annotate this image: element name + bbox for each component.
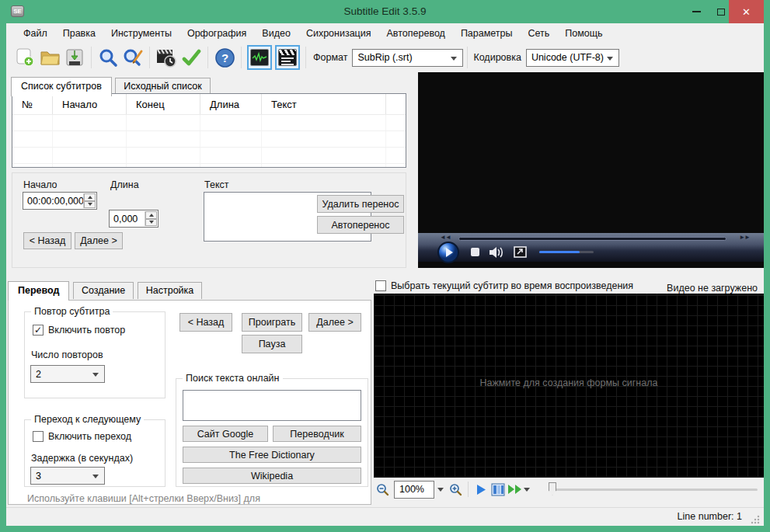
start-time-value: 00:00:00,000 <box>27 196 84 207</box>
search-translator-button[interactable]: Переводчик <box>273 426 361 442</box>
waveform-play-button[interactable] <box>472 481 490 498</box>
text-label: Текст <box>204 179 228 190</box>
bottom-tab-panel: Перевод Создание Настройка Повтор субтит… <box>8 281 371 505</box>
playback-next-button[interactable]: Далее > <box>308 313 361 332</box>
spinner-arrows[interactable] <box>145 211 157 226</box>
duration-spinner[interactable]: 0,000 <box>109 210 159 228</box>
replace-button[interactable] <box>121 46 145 69</box>
playback-back-button[interactable]: < Назад <box>179 313 232 332</box>
subtitle-table[interactable]: № Начало Конец Длина Текст <box>12 93 406 168</box>
waveform-area[interactable]: Нажмите для создания формы сигнала <box>374 294 764 478</box>
video-player[interactable]: ◄◄ ►► <box>418 72 764 268</box>
save-button[interactable] <box>63 46 86 69</box>
search-wikipedia-button[interactable]: Wikipedia <box>183 468 361 484</box>
playback-play-button[interactable]: Проиграть <box>242 313 302 332</box>
tab-translate[interactable]: Перевод <box>8 281 69 301</box>
position-slider[interactable] <box>549 489 758 491</box>
find-icon <box>98 47 118 68</box>
unbreak-button[interactable]: Удалить перенос <box>317 195 404 213</box>
menu-item-synchronization[interactable]: Сихронизация <box>298 25 379 42</box>
enable-goto-row: Включить переход <box>33 431 131 442</box>
column-start[interactable]: Начало <box>53 94 127 114</box>
new-file-button[interactable] <box>13 46 37 69</box>
replace-icon <box>123 47 144 68</box>
waveform-toggle-button[interactable] <box>247 45 272 70</box>
app-window: SE Subtitle Edit 3.5.9 ✕ Файл Правка Инс… <box>0 0 770 532</box>
chevron-down-icon[interactable] <box>524 488 530 492</box>
delay-combobox[interactable]: 3 <box>30 467 105 485</box>
tab-create[interactable]: Создание <box>73 282 134 299</box>
search-text-input[interactable] <box>183 390 361 421</box>
table-row[interactable] <box>12 115 406 131</box>
encoding-combobox[interactable]: Unicode (UTF-8) <box>526 49 619 67</box>
start-time-spinner[interactable]: 00:00:00,000 <box>23 192 97 210</box>
resize-grip[interactable] <box>750 514 760 524</box>
menu-item-network[interactable]: Сеть <box>521 25 558 42</box>
delay-value: 3 <box>36 471 41 482</box>
zoom-in-icon <box>449 483 462 496</box>
zoom-out-button[interactable] <box>374 481 391 498</box>
column-duration[interactable]: Длина <box>200 94 262 114</box>
close-button[interactable]: ✕ <box>729 0 764 23</box>
column-number[interactable]: № <box>12 94 53 114</box>
open-file-button[interactable] <box>38 46 61 69</box>
enable-goto-checkbox[interactable] <box>33 431 44 442</box>
forward-icon[interactable]: ►► <box>739 234 750 241</box>
zoom-in-button[interactable] <box>447 481 464 498</box>
play-button[interactable] <box>437 241 460 264</box>
help-button[interactable]: ? <box>213 46 236 69</box>
minimize-button[interactable] <box>685 0 707 23</box>
spinner-arrows[interactable] <box>83 193 96 208</box>
table-row[interactable] <box>12 164 406 167</box>
format-combobox[interactable]: SubRip (.srt) <box>352 49 463 67</box>
tab-adjust[interactable]: Настройка <box>138 282 203 299</box>
playback-pause-button[interactable]: Пауза <box>242 335 302 353</box>
window-title: Subtitle Edit 3.5.9 <box>0 0 770 23</box>
seek-bar[interactable] <box>458 237 726 241</box>
video-toggle-button[interactable] <box>275 45 300 70</box>
column-text[interactable]: Текст <box>262 94 386 114</box>
search-freedictionary-button[interactable]: The Free Dictionary <box>183 447 361 463</box>
video-controls: ◄◄ ►► <box>418 233 764 262</box>
zoom-percent-combobox[interactable]: 100% <box>394 481 434 499</box>
start-time-label: Начало <box>23 179 57 190</box>
tab-source-list[interactable]: Исходный список <box>115 78 210 95</box>
fast-forward-button[interactable] <box>507 481 524 498</box>
find-button[interactable] <box>96 46 120 69</box>
menu-item-options[interactable]: Параметры <box>453 25 521 42</box>
columns-view-button[interactable] <box>490 481 507 498</box>
position-slider-thumb[interactable] <box>549 482 556 495</box>
enable-repeat-checkbox[interactable]: ✓ <box>33 325 44 336</box>
next-subtitle-button[interactable]: Далее > <box>75 232 123 249</box>
previous-subtitle-button[interactable]: < Назад <box>23 232 71 249</box>
menu-item-edit[interactable]: Правка <box>55 25 103 42</box>
select-current-subtitle-checkbox[interactable] <box>375 280 386 291</box>
autobreak-button[interactable]: Автоперенос <box>317 216 404 234</box>
visual-sync-button[interactable] <box>155 46 178 69</box>
stop-button[interactable] <box>471 248 479 256</box>
fullscreen-button[interactable] <box>514 246 527 258</box>
menu-item-spelling[interactable]: Орфография <box>179 25 254 42</box>
menu-item-video[interactable]: Видео <box>254 25 298 42</box>
volume-slider[interactable] <box>539 251 594 253</box>
spell-check-button[interactable] <box>179 46 203 69</box>
menu-item-help[interactable]: Помощь <box>557 25 610 42</box>
volume-level <box>539 251 580 253</box>
enable-repeat-label: Включить повтор <box>48 325 125 336</box>
table-row[interactable] <box>12 131 406 148</box>
toolbar-separator <box>207 47 208 68</box>
table-row[interactable] <box>12 148 406 164</box>
menu-item-autotranslate[interactable]: Автоперевод <box>379 25 453 42</box>
table-header: № Начало Конец Длина Текст <box>12 94 406 115</box>
search-google-button[interactable]: Сайт Google <box>183 426 268 442</box>
menu-item-tools[interactable]: Инструменты <box>103 25 179 42</box>
search-online-group: Поиск текста онлайн Сайт Google Переводч… <box>176 378 368 487</box>
repeat-count-combobox[interactable]: 2 <box>30 365 105 383</box>
tab-subtitle-list[interactable]: Список субтитров <box>11 77 112 96</box>
column-end[interactable]: Конец <box>127 94 200 114</box>
play-small-icon <box>476 484 486 495</box>
client-area: Файл Правка Инструменты Орфография Видео… <box>6 23 764 526</box>
volume-button[interactable] <box>489 246 504 259</box>
menu-item-file[interactable]: Файл <box>16 25 55 42</box>
chevron-down-icon[interactable] <box>437 488 444 492</box>
